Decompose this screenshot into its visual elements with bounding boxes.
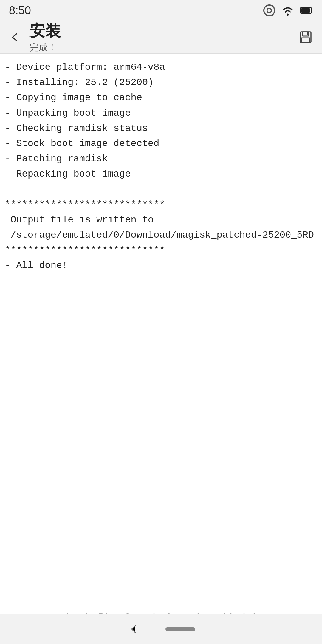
- status-time: 8:50: [9, 4, 31, 17]
- wifi-icon: [281, 5, 295, 16]
- svg-rect-8: [307, 32, 308, 35]
- nav-home-indicator[interactable]: [165, 627, 195, 631]
- back-button[interactable]: [6, 28, 24, 46]
- battery-icon: [300, 5, 313, 16]
- svg-rect-3: [311, 9, 312, 12]
- svg-point-0: [264, 5, 275, 16]
- status-icons: [263, 4, 313, 17]
- nav-bar: [0, 614, 322, 644]
- nav-back-button[interactable]: [127, 622, 142, 637]
- sync-icon: [263, 4, 275, 17]
- svg-point-1: [287, 14, 289, 16]
- content-area: - Device platform: arm64-v8a - Installin…: [0, 54, 322, 620]
- svg-rect-4: [301, 8, 310, 13]
- app-bar-subtitle: 完成！: [30, 41, 61, 54]
- app-bar-title: 安装: [30, 21, 61, 41]
- svg-rect-7: [301, 38, 310, 43]
- app-bar-left: 安装 完成！: [6, 21, 61, 54]
- save-button[interactable]: [295, 27, 316, 48]
- log-output: - Device platform: arm64-v8a - Installin…: [5, 60, 317, 273]
- app-bar: 安装 完成！: [0, 21, 322, 54]
- status-bar: 8:50: [0, 0, 322, 21]
- app-bar-title-group: 安装 完成！: [30, 21, 61, 54]
